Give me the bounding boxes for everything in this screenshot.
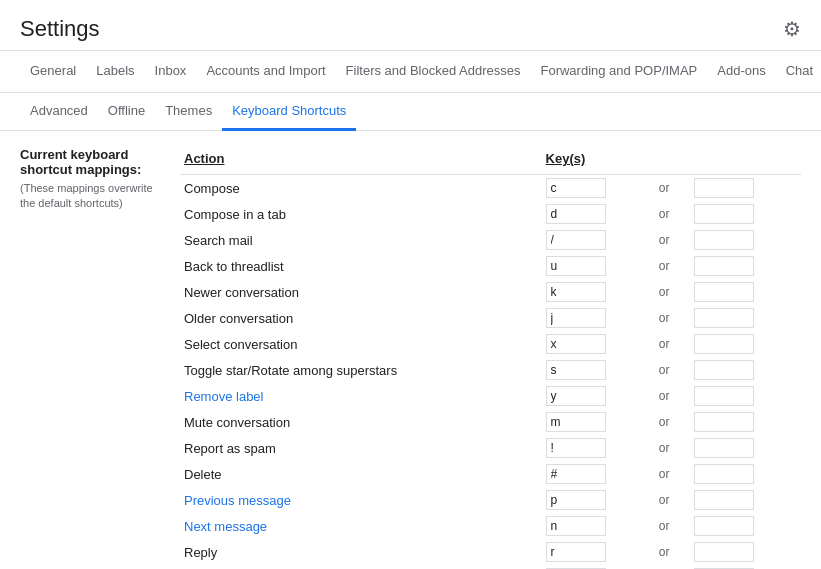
sub-tabs: AdvancedOfflineThemesKeyboard Shortcuts xyxy=(0,93,821,131)
key-input-alt[interactable] xyxy=(694,230,754,250)
action-cell: Reply xyxy=(180,539,542,565)
page-title: Settings xyxy=(20,16,100,42)
key-input-alt-cell xyxy=(690,279,801,305)
gear-icon[interactable]: ⚙ xyxy=(783,17,801,41)
key-input-cell xyxy=(542,279,653,305)
key-input-alt[interactable] xyxy=(694,256,754,276)
key-input-alt[interactable] xyxy=(694,308,754,328)
action-cell: Delete xyxy=(180,461,542,487)
action-cell: Report as spam xyxy=(180,435,542,461)
or-label: or xyxy=(653,409,690,435)
action-cell: Mute conversation xyxy=(180,409,542,435)
table-row: Compose in a tabor xyxy=(180,201,801,227)
action-cell[interactable]: Previous message xyxy=(180,487,542,513)
action-cell: Newer conversation xyxy=(180,279,542,305)
key-input[interactable] xyxy=(546,386,606,406)
key-input-cell xyxy=(542,487,653,513)
nav-tab-forwarding-and-pop/imap[interactable]: Forwarding and POP/IMAP xyxy=(530,51,707,93)
key-input-alt[interactable] xyxy=(694,178,754,198)
or-label: or xyxy=(653,227,690,253)
table-row: Reply in a new windowor xyxy=(180,565,801,569)
key-input[interactable] xyxy=(546,178,606,198)
nav-tab-labels[interactable]: Labels xyxy=(86,51,144,93)
action-cell: Reply in a new window xyxy=(180,565,542,569)
or-label: or xyxy=(653,253,690,279)
key-input-alt[interactable] xyxy=(694,464,754,484)
action-cell: Back to threadlist xyxy=(180,253,542,279)
key-input[interactable] xyxy=(546,230,606,250)
key-input-cell xyxy=(542,383,653,409)
key-input-alt-cell xyxy=(690,201,801,227)
key-input-alt-cell xyxy=(690,305,801,331)
key-input[interactable] xyxy=(546,282,606,302)
key-input[interactable] xyxy=(546,490,606,510)
key-input-alt[interactable] xyxy=(694,516,754,536)
nav-tab-chat[interactable]: Chat xyxy=(776,51,821,93)
key-input[interactable] xyxy=(546,256,606,276)
key-input-alt-cell xyxy=(690,227,801,253)
key-input-alt[interactable] xyxy=(694,282,754,302)
nav-tab-accounts-and-import[interactable]: Accounts and Import xyxy=(196,51,335,93)
sub-tab-advanced[interactable]: Advanced xyxy=(20,93,98,131)
key-input-alt-cell xyxy=(690,175,801,202)
key-input-cell xyxy=(542,513,653,539)
key-input-cell xyxy=(542,331,653,357)
or-label: or xyxy=(653,539,690,565)
table-row: Next messageor xyxy=(180,513,801,539)
key-input[interactable] xyxy=(546,360,606,380)
nav-tab-general[interactable]: General xyxy=(20,51,86,93)
or-label: or xyxy=(653,279,690,305)
sub-tab-keyboard-shortcuts[interactable]: Keyboard Shortcuts xyxy=(222,93,356,131)
key-input[interactable] xyxy=(546,438,606,458)
table-row: Remove labelor xyxy=(180,383,801,409)
key-input-alt[interactable] xyxy=(694,438,754,458)
key-input-cell xyxy=(542,539,653,565)
key-input-cell xyxy=(542,435,653,461)
table-row: Deleteor xyxy=(180,461,801,487)
or-label: or xyxy=(653,175,690,202)
nav-tab-filters-and-blocked-addresses[interactable]: Filters and Blocked Addresses xyxy=(336,51,531,93)
key-input[interactable] xyxy=(546,542,606,562)
header: Settings ⚙ xyxy=(0,0,821,51)
or-label: or xyxy=(653,435,690,461)
sub-tab-themes[interactable]: Themes xyxy=(155,93,222,131)
key-input-alt[interactable] xyxy=(694,204,754,224)
key-input-cell xyxy=(542,227,653,253)
action-cell[interactable]: Remove label xyxy=(180,383,542,409)
key-input[interactable] xyxy=(546,334,606,354)
nav-tab-add-ons[interactable]: Add-ons xyxy=(707,51,775,93)
key-input-alt[interactable] xyxy=(694,334,754,354)
or-label: or xyxy=(653,487,690,513)
key-input-alt[interactable] xyxy=(694,490,754,510)
nav-tab-inbox[interactable]: Inbox xyxy=(145,51,197,93)
key-input-alt[interactable] xyxy=(694,542,754,562)
key-input-alt[interactable] xyxy=(694,386,754,406)
key-input[interactable] xyxy=(546,204,606,224)
key-input-alt-cell xyxy=(690,539,801,565)
key-input-alt-cell xyxy=(690,331,801,357)
key-input[interactable] xyxy=(546,464,606,484)
key-input[interactable] xyxy=(546,516,606,536)
action-cell: Compose in a tab xyxy=(180,201,542,227)
or-label: or xyxy=(653,201,690,227)
shortcut-table: Action Key(s) ComposeorCompose in a tabo… xyxy=(180,147,801,569)
or-label: or xyxy=(653,383,690,409)
key-input-alt-cell xyxy=(690,383,801,409)
table-row: Report as spamor xyxy=(180,435,801,461)
or-label: or xyxy=(653,331,690,357)
key-input-cell xyxy=(542,201,653,227)
or-label: or xyxy=(653,461,690,487)
sub-tab-offline[interactable]: Offline xyxy=(98,93,155,131)
table-row: Composeor xyxy=(180,175,801,202)
key-input-alt-cell xyxy=(690,565,801,569)
table-row: Newer conversationor xyxy=(180,279,801,305)
key-input-alt[interactable] xyxy=(694,412,754,432)
action-cell[interactable]: Next message xyxy=(180,513,542,539)
key-input-cell xyxy=(542,175,653,202)
action-cell: Compose xyxy=(180,175,542,202)
key-input[interactable] xyxy=(546,412,606,432)
action-cell: Search mail xyxy=(180,227,542,253)
key-input-cell xyxy=(542,253,653,279)
key-input-alt[interactable] xyxy=(694,360,754,380)
key-input[interactable] xyxy=(546,308,606,328)
